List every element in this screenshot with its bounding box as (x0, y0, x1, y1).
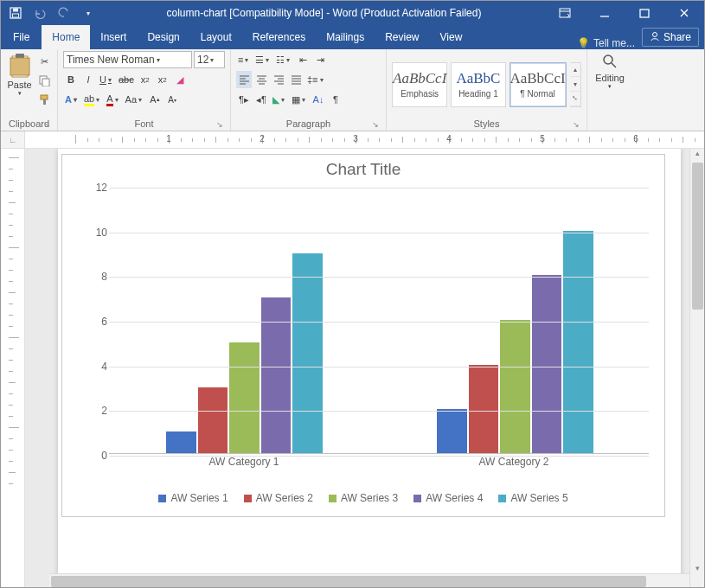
tab-home[interactable]: Home (42, 25, 90, 49)
style-emphasis[interactable]: AaBbCcIEmphasis (392, 62, 447, 107)
horizontal-ruler[interactable]: ∟ 123456 (1, 131, 704, 149)
vertical-scrollbar[interactable]: ▴ ▾ (689, 149, 704, 588)
document-scroll: Chart Title 024681012 AW Category 1AW Ca… (25, 149, 704, 588)
undo-icon[interactable] (30, 3, 49, 22)
chart-object[interactable]: Chart Title 024681012 AW Category 1AW Ca… (61, 154, 665, 517)
plot-area (109, 188, 649, 454)
strikethrough-button[interactable]: abc (117, 71, 136, 88)
tab-design[interactable]: Design (137, 25, 189, 49)
change-case-button[interactable]: Aa▾ (124, 91, 145, 108)
tab-references[interactable]: References (242, 25, 316, 49)
highlight-button[interactable]: ab▾ (82, 91, 103, 108)
sort-icon: A↓ (313, 94, 324, 105)
cut-button[interactable]: ✂ (36, 53, 52, 70)
styles-label: Styles (474, 118, 500, 129)
lightbulb-icon: 💡 (577, 37, 590, 49)
editing-button[interactable]: Editing ▾ (593, 51, 627, 90)
paste-button[interactable]: Paste ▾ (6, 51, 33, 97)
shading-button[interactable]: ◣▾ (271, 91, 288, 108)
redo-icon[interactable] (54, 3, 74, 22)
paragraph-launcher[interactable]: ↘ (372, 120, 379, 129)
align-center-icon (256, 75, 267, 85)
align-right-button[interactable] (271, 71, 286, 88)
copy-icon (38, 74, 50, 86)
align-left-button[interactable] (236, 71, 252, 88)
vertical-ruler[interactable] (1, 149, 25, 588)
subscript-button[interactable]: x2 (138, 71, 153, 88)
title-bar: ▾ column-chart [Compatibility Mode] - Wo… (1, 1, 704, 25)
styles-launcher[interactable]: ↘ (573, 120, 580, 129)
underline-button[interactable]: U▾ (98, 71, 115, 88)
borders-icon: ▦ (292, 94, 300, 105)
pilcrow-icon: ¶ (333, 94, 338, 105)
justify-button[interactable] (288, 71, 304, 88)
x-axis: AW Category 1AW Category 2 (109, 456, 649, 473)
font-size-select[interactable]: 12▾ (194, 51, 225, 68)
line-spacing-button[interactable]: ‡≡▾ (305, 71, 327, 88)
svg-rect-13 (43, 99, 46, 105)
bar (166, 431, 195, 454)
page: Chart Title 024681012 AW Category 1AW Ca… (58, 149, 681, 588)
borders-button[interactable]: ▦▾ (290, 91, 309, 108)
svg-rect-12 (41, 95, 48, 99)
rtl-button[interactable]: ◂¶ (253, 91, 269, 108)
qat-customize-icon[interactable]: ▾ (79, 3, 98, 22)
clear-formatting-button[interactable]: ◢ (172, 71, 188, 88)
tab-insert[interactable]: Insert (90, 25, 137, 49)
svg-rect-2 (13, 14, 19, 17)
style-normal[interactable]: AaBbCcI¶ Normal (510, 62, 567, 107)
x-axis-line (109, 453, 649, 454)
tab-layout[interactable]: Layout (190, 25, 242, 49)
numbering-button[interactable]: ☰▾ (253, 51, 272, 68)
show-marks-button[interactable]: ¶ (328, 91, 343, 108)
clipboard-launcher[interactable]: ↘ (43, 120, 50, 129)
font-color-button[interactable]: A▾ (105, 91, 121, 108)
legend-entry: AW Series 5 (498, 492, 567, 504)
shrink-font-button[interactable]: A▾ (164, 91, 180, 108)
share-button[interactable]: Share (642, 28, 699, 47)
bar (500, 320, 529, 454)
font-launcher[interactable]: ↘ (216, 120, 223, 129)
decrease-indent-button[interactable]: ⇤ (295, 51, 311, 68)
ltr-button[interactable]: ¶▸ (236, 91, 252, 108)
sort-button[interactable]: A↓ (311, 91, 326, 108)
svg-rect-5 (640, 10, 649, 17)
align-center-button[interactable] (253, 71, 269, 88)
save-icon[interactable] (6, 3, 25, 22)
y-axis: 024681012 (88, 188, 107, 454)
tell-me[interactable]: 💡Tell me... (570, 37, 642, 49)
text-effects-button[interactable]: A▾ (63, 91, 80, 108)
increase-indent-button[interactable]: ⇥ (312, 51, 328, 68)
bar (563, 231, 593, 454)
format-painter-button[interactable] (36, 91, 52, 108)
copy-button[interactable] (36, 72, 52, 89)
grow-font-button[interactable]: A▴ (147, 91, 163, 108)
ribbon-options-icon[interactable] (545, 1, 585, 25)
svg-rect-11 (42, 79, 49, 86)
bar (229, 342, 259, 454)
legend-entry: AW Series 1 (158, 492, 228, 504)
styles-more[interactable]: ▴▾⤡ (570, 62, 581, 107)
bullets-button[interactable]: ≡▾ (236, 51, 252, 68)
tab-review[interactable]: Review (375, 25, 429, 49)
italic-button[interactable]: I (80, 71, 96, 88)
horizontal-scrollbar[interactable] (49, 573, 689, 588)
group-styles: AaBbCcIEmphasis AaBbCHeading 1 AaBbCcI¶ … (387, 49, 587, 131)
style-heading1[interactable]: AaBbCHeading 1 (451, 62, 505, 107)
close-icon[interactable] (664, 1, 704, 25)
align-left-icon (239, 75, 250, 85)
tab-file[interactable]: File (1, 25, 42, 49)
font-name-select[interactable]: Times New Roman▾ (63, 51, 192, 68)
multilevel-button[interactable]: ☷▾ (274, 51, 293, 68)
numbering-icon: ☰ (255, 54, 264, 66)
superscript-button[interactable]: x2 (155, 71, 170, 88)
maximize-icon[interactable] (625, 1, 664, 25)
minimize-icon[interactable] (585, 1, 625, 25)
tab-mailings[interactable]: Mailings (316, 25, 375, 49)
group-paragraph: ≡▾ ☰▾ ☷▾ ⇤ ⇥ ‡≡▾ ¶▸ ◂¶ ◣▾ ▦▾ A↓ ¶ (231, 49, 387, 131)
tab-view[interactable]: View (430, 25, 473, 49)
legend-entry: AW Series 2 (244, 492, 313, 504)
svg-point-6 (652, 32, 657, 36)
bold-button[interactable]: B (63, 71, 79, 88)
tab-selector[interactable]: ∟ (1, 131, 25, 148)
